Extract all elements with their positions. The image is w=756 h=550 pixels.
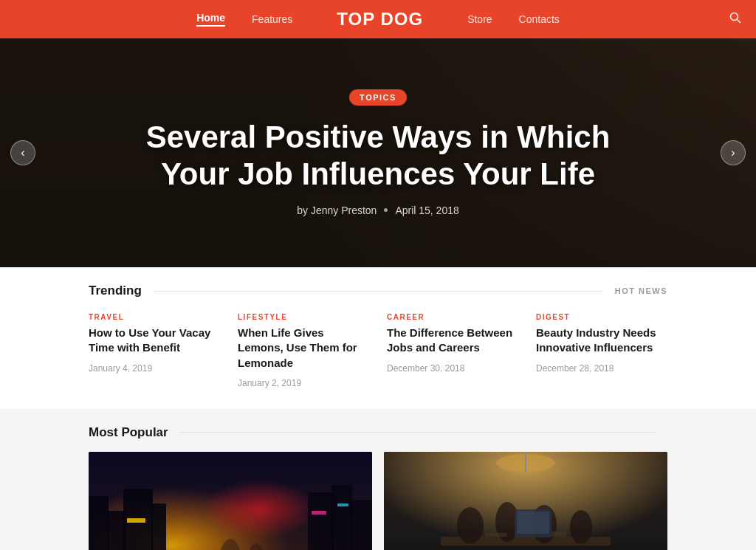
hero-section: ‹ TOPICS Several Positive Ways in Which … [0, 38, 756, 267]
trending-category-1: TRAVEL [89, 313, 220, 321]
main-nav: Home Features TOP DOG Store Contacts [196, 9, 560, 30]
svg-rect-10 [331, 485, 352, 550]
svg-rect-28 [517, 512, 549, 534]
svg-rect-9 [308, 492, 334, 550]
popular-grid [89, 452, 667, 550]
hero-prev-button[interactable]: ‹ [10, 140, 35, 165]
trending-category-2: LIFESTYLE [238, 313, 369, 321]
trending-date-3: December 30, 2018 [387, 363, 518, 374]
popular-card-2[interactable] [384, 452, 667, 550]
trending-divider [154, 291, 603, 292]
hero-meta: by Jenny Preston April 15, 2018 [134, 204, 622, 216]
trending-header: Trending HOT NEWS [89, 283, 667, 298]
svg-rect-13 [312, 511, 326, 515]
nav-features[interactable]: Features [252, 13, 292, 25]
svg-rect-30 [551, 532, 566, 537]
popular-header: Most Popular [89, 425, 667, 440]
hero-next-button[interactable]: › [721, 140, 746, 165]
trending-category-3: CAREER [387, 313, 518, 321]
trending-date-2: January 2, 2019 [238, 378, 369, 388]
svg-rect-8 [151, 503, 166, 550]
chevron-left-icon: ‹ [21, 146, 24, 159]
chevron-right-icon: › [731, 146, 735, 159]
popular-title: Most Popular [89, 425, 168, 440]
popular-section: Most Popular [0, 409, 756, 550]
trending-section: Trending HOT NEWS TRAVEL How to Use Your… [0, 267, 756, 409]
trending-item-4: DIGEST Beauty Industry Needs Innovative … [536, 313, 667, 388]
svg-rect-11 [351, 500, 372, 550]
trending-item-title-4[interactable]: Beauty Industry Needs Innovative Influen… [536, 326, 667, 356]
svg-rect-29 [485, 533, 507, 537]
trending-date-4: December 28, 2018 [536, 363, 667, 374]
trending-item-title-2[interactable]: When Life Gives Lemons, Use Them for Lem… [238, 326, 369, 371]
trending-grid: TRAVEL How to Use Your Vacay Time with B… [89, 313, 667, 388]
popular-divider [180, 432, 656, 433]
hero-badge[interactable]: TOPICS [349, 89, 407, 106]
search-icon[interactable] [729, 12, 741, 27]
nav-home[interactable]: Home [196, 12, 225, 27]
popular-card-1[interactable] [89, 452, 372, 550]
trending-item-title-1[interactable]: How to Use Your Vacay Time with Benefit [89, 326, 220, 356]
site-logo: TOP DOG [337, 9, 423, 30]
trending-date-1: January 4, 2019 [89, 363, 220, 374]
hot-news-label: HOT NEWS [615, 286, 667, 295]
trending-title: Trending [89, 283, 142, 298]
svg-point-23 [457, 507, 484, 544]
hero-meta-dot [384, 208, 388, 212]
office-image [384, 452, 667, 550]
svg-rect-5 [89, 496, 109, 550]
nav-contacts[interactable]: Contacts [519, 13, 560, 25]
trending-item-1: TRAVEL How to Use Your Vacay Time with B… [89, 313, 220, 388]
hero-title: Several Positive Ways in Which Your Job … [134, 119, 622, 192]
svg-point-0 [731, 13, 738, 21]
hero-author: by Jenny Preston [297, 204, 377, 216]
svg-rect-14 [337, 503, 348, 506]
hero-date: April 15, 2018 [395, 204, 458, 216]
city-image [89, 452, 372, 550]
svg-point-26 [570, 510, 592, 544]
hero-content: TOPICS Several Positive Ways in Which Yo… [120, 89, 636, 216]
nav-store[interactable]: Store [467, 13, 492, 25]
trending-item-title-3[interactable]: The Difference Between Jobs and Careers [387, 326, 518, 356]
header: Home Features TOP DOG Store Contacts [0, 0, 756, 38]
trending-category-4: DIGEST [536, 313, 667, 321]
svg-line-1 [738, 20, 741, 24]
svg-rect-12 [127, 518, 145, 523]
svg-rect-6 [107, 511, 126, 550]
trending-item-3: CAREER The Difference Between Jobs and C… [387, 313, 518, 388]
trending-item-2: LIFESTYLE When Life Gives Lemons, Use Th… [238, 313, 369, 388]
